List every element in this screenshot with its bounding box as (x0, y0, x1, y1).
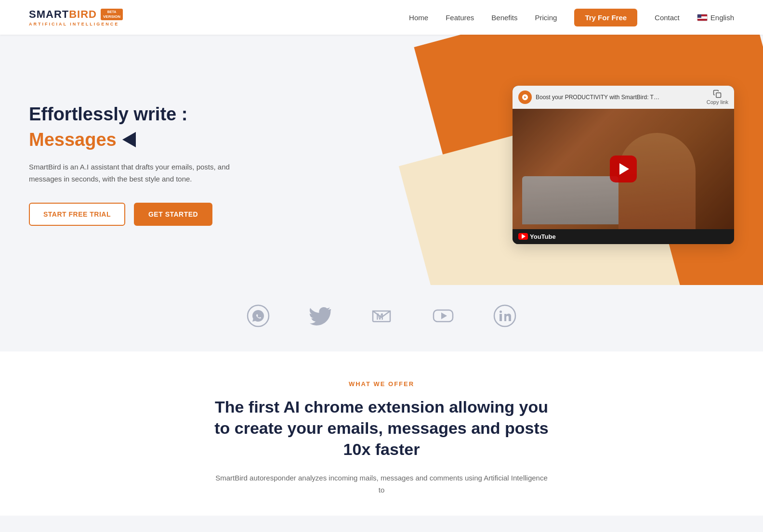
svg-point-6 (500, 311, 502, 313)
linkedin-icon[interactable] (493, 304, 516, 327)
social-section: M (0, 285, 763, 351)
offer-headline: The first AI chrome extension allowing y… (213, 396, 550, 460)
start-free-trial-button[interactable]: START FREE TRIAL (29, 203, 125, 226)
hero-headline-sub: Messages (29, 130, 231, 150)
get-started-button[interactable]: GET STARTED (134, 203, 212, 226)
hero-content: Effortlessly write : Messages SmartBird … (29, 104, 231, 226)
arrow-icon (122, 132, 136, 147)
channel-icon (518, 91, 532, 104)
youtube-logo: YouTube (518, 233, 556, 240)
main-nav: Home Features Benefits Pricing Try For F… (409, 9, 734, 26)
header: SMARTBIRD BETA VERSION ARTIFICIAL INTELL… (0, 0, 763, 35)
flag-icon (697, 14, 708, 21)
offer-description: SmartBird autoresponder analyzes incomin… (213, 472, 550, 496)
logo-text: SMARTBIRD (29, 8, 97, 21)
nav-contact[interactable]: Contact (655, 13, 680, 22)
copy-link-button[interactable]: Copy link (707, 90, 728, 105)
hero-section: Effortlessly write : Messages SmartBird … (0, 35, 763, 285)
video-area: Boost your PRODUCTIVITY with SmartBird: … (513, 86, 734, 244)
twitter-icon[interactable] (308, 304, 331, 327)
video-thumbnail[interactable] (513, 109, 734, 229)
video-top-bar: Boost your PRODUCTIVITY with SmartBird: … (513, 86, 734, 109)
offer-section: WHAT WE OFFER The first AI chrome extens… (0, 351, 763, 516)
video-bottom-bar: YouTube (513, 229, 734, 244)
play-button[interactable] (610, 156, 637, 182)
whatsapp-icon[interactable] (247, 304, 270, 327)
youtube-social-icon[interactable] (432, 304, 455, 327)
beta-badge: BETA VERSION (101, 9, 123, 21)
logo: SMARTBIRD BETA VERSION ARTIFICIAL INTELL… (29, 8, 123, 26)
gmail-icon[interactable]: M (370, 304, 393, 327)
youtube-icon (518, 233, 528, 240)
copy-link-label: Copy link (707, 99, 728, 105)
play-triangle-icon (619, 163, 629, 175)
nav-benefits[interactable]: Benefits (491, 13, 517, 22)
hero-buttons: START FREE TRIAL GET STARTED (29, 203, 231, 226)
svg-rect-5 (500, 314, 502, 321)
offer-label: WHAT WE OFFER (29, 380, 734, 388)
svg-rect-0 (716, 92, 721, 97)
video-title-text: Boost your PRODUCTIVITY with SmartBird: … (536, 94, 661, 101)
try-for-free-button[interactable]: Try For Free (574, 9, 637, 26)
video-card[interactable]: Boost your PRODUCTIVITY with SmartBird: … (513, 86, 734, 244)
nav-pricing[interactable]: Pricing (535, 13, 557, 22)
yt-play-icon (522, 234, 526, 239)
hero-description: SmartBird is an A.I assistant that draft… (29, 161, 231, 185)
language-selector[interactable]: English (697, 13, 734, 22)
hero-headline: Effortlessly write : (29, 104, 231, 126)
nav-features[interactable]: Features (446, 13, 474, 22)
nav-home[interactable]: Home (409, 13, 428, 22)
svg-text:M: M (376, 312, 383, 322)
logo-subtitle: ARTIFICIAL INTELLIGENCE (29, 22, 123, 26)
language-label: English (710, 13, 734, 22)
